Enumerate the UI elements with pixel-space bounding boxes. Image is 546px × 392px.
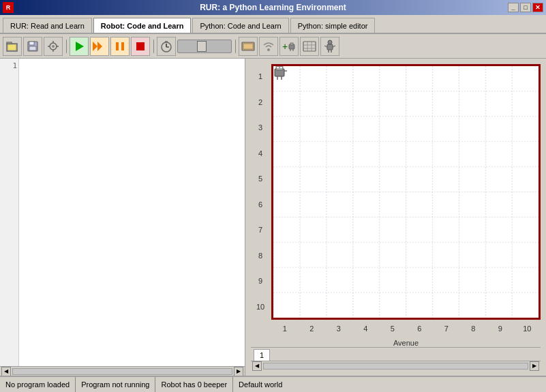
svg-line-39	[333, 46, 335, 47]
editor-area: 1 ◀ ▶	[0, 59, 245, 376]
world-grid	[273, 66, 539, 318]
svg-point-24	[267, 48, 270, 51]
svg-rect-17	[136, 42, 145, 50]
open-button[interactable]	[3, 37, 22, 56]
x-label-4: 4	[352, 325, 380, 333]
run-status: Program not running	[76, 377, 155, 392]
y-label-10: 10	[256, 303, 264, 311]
world-status: Default world	[233, 377, 546, 392]
tab-python-learn[interactable]: Python: Code and Learn	[192, 18, 288, 33]
maximize-button[interactable]: □	[520, 3, 531, 12]
x-axis: 1 2 3 4 5 6 7 8 9 10	[271, 322, 541, 335]
y-label-3: 3	[258, 124, 262, 132]
avenue-label: Avenue	[271, 339, 541, 347]
main-content: 1 ◀ ▶ 10 9 8 7 6 5 4 3 2 1	[0, 59, 546, 376]
minimize-button[interactable]: _	[508, 3, 519, 12]
scroll-right-arrow[interactable]: ▶	[234, 367, 243, 376]
world-map-button[interactable]	[300, 37, 319, 56]
svg-marker-13	[93, 42, 97, 51]
world-tab-1[interactable]: 1	[254, 349, 270, 361]
window-controls[interactable]: _ □ ✕	[508, 3, 543, 12]
editor-horizontal-scrollbar[interactable]: ◀ ▶	[0, 366, 245, 376]
svg-marker-12	[76, 42, 84, 51]
line-number-1: 1	[1, 61, 17, 70]
program-status: No program loaded	[0, 377, 76, 392]
world-horizontal-scrollbar[interactable]: ◀ ▶	[251, 361, 541, 370]
y-axis: 10 9 8 7 6 5 4 3 2 1	[251, 64, 270, 320]
separator-3	[233, 37, 237, 56]
save-button[interactable]	[23, 37, 42, 56]
world-scroll-track[interactable]	[263, 363, 528, 370]
pause-button[interactable]	[110, 37, 130, 56]
stop-button[interactable]	[131, 37, 150, 56]
code-editor[interactable]	[19, 59, 245, 366]
robot-view-button[interactable]	[320, 37, 339, 56]
x-label-7: 7	[433, 325, 460, 333]
status-bar: No program loaded Program not running Ro…	[0, 376, 546, 392]
svg-rect-35	[327, 44, 333, 50]
separator-2	[151, 37, 155, 56]
world-tab-strip: 1	[251, 347, 541, 361]
svg-rect-64	[280, 67, 282, 68]
svg-rect-63	[277, 67, 279, 68]
world-scroll-left[interactable]: ◀	[252, 361, 262, 371]
separator-1	[64, 37, 68, 56]
y-label-4: 4	[258, 150, 262, 157]
x-label-8: 8	[460, 325, 487, 333]
x-label-10: 10	[514, 325, 541, 333]
y-label-5: 5	[258, 175, 262, 183]
y-label-8: 8	[258, 252, 262, 260]
svg-point-7	[52, 45, 55, 48]
world-scroll-right[interactable]: ▶	[530, 361, 539, 371]
svg-rect-2	[7, 44, 16, 50]
timer-button[interactable]	[157, 37, 176, 56]
tab-python-editor[interactable]: Python: simple editor	[290, 18, 376, 33]
settings-button[interactable]	[44, 37, 63, 56]
svg-rect-26	[290, 43, 293, 45]
x-label-6: 6	[406, 325, 434, 333]
svg-rect-5	[29, 46, 36, 50]
svg-rect-16	[121, 42, 124, 50]
y-label-1: 1	[258, 73, 262, 80]
world-canvas: 10 9 8 7 6 5 4 3 2 1 Street	[251, 64, 541, 347]
svg-rect-4	[29, 42, 34, 45]
svg-rect-23	[243, 44, 253, 49]
window-title: RUR: a Python Learning Environment	[200, 3, 346, 12]
x-label-9: 9	[487, 325, 514, 333]
run-button[interactable]	[70, 37, 89, 56]
y-label-7: 7	[258, 226, 262, 234]
svg-line-38	[324, 46, 327, 47]
svg-marker-14	[97, 42, 102, 51]
title-bar: R RUR: a Python Learning Environment _ □…	[0, 0, 546, 15]
close-button[interactable]: ✕	[532, 3, 543, 12]
tab-bar: RUR: Read and Learn Robot: Code and Lear…	[0, 15, 546, 34]
line-numbers: 1	[0, 59, 19, 366]
svg-point-34	[328, 40, 332, 44]
grid-container	[271, 64, 541, 320]
world-load-button[interactable]	[239, 37, 258, 56]
robot-beeper-status: Robot has 0 beeper	[155, 377, 233, 392]
scroll-track[interactable]	[12, 368, 232, 375]
toolbar: +	[0, 34, 546, 59]
scroll-left-arrow[interactable]: ◀	[1, 367, 11, 376]
x-label-1: 1	[271, 325, 299, 333]
editor-content: 1	[0, 59, 245, 366]
y-label-9: 9	[258, 277, 262, 285]
app-icon: R	[3, 2, 14, 13]
speed-slider[interactable]	[177, 40, 232, 53]
x-label-5: 5	[379, 325, 406, 333]
tab-read-learn[interactable]: RUR: Read and Learn	[3, 18, 92, 33]
x-label-3: 3	[325, 325, 352, 333]
world-area: 10 9 8 7 6 5 4 3 2 1 Street	[245, 59, 546, 376]
svg-rect-29	[303, 42, 316, 51]
tab-code-learn[interactable]: Robot: Code and Learn	[93, 18, 192, 33]
run-fast-button[interactable]	[90, 37, 109, 56]
speed-slider-thumb	[197, 41, 207, 52]
add-robot-button[interactable]: +	[279, 37, 299, 56]
y-label-2: 2	[258, 99, 262, 106]
svg-rect-15	[116, 42, 119, 50]
signal-button[interactable]	[259, 37, 278, 56]
x-label-2: 2	[299, 325, 326, 333]
